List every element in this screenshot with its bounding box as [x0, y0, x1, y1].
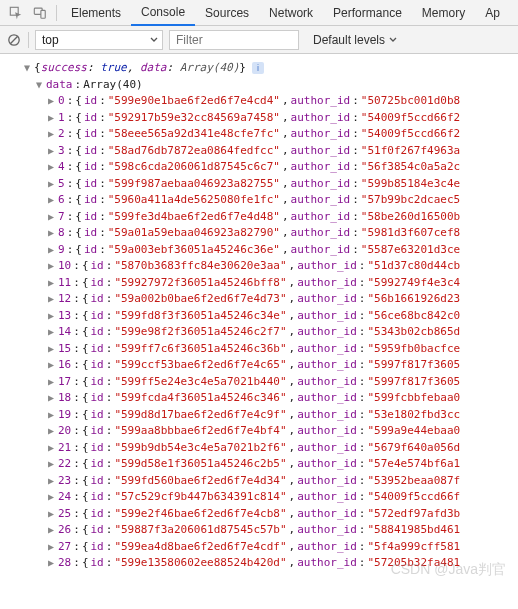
id-value: "58eee565a92d341e48cfe7fc"	[108, 126, 280, 143]
array-index: 26	[58, 522, 71, 539]
array-item: 19: {id: "599d8d17bae6f2ed6f7e4c9f", aut…	[22, 407, 512, 424]
expand-toggle[interactable]	[46, 489, 56, 506]
expand-toggle[interactable]	[46, 357, 56, 374]
expand-toggle[interactable]	[46, 324, 56, 341]
author-id-value: "5992749f4e3c4	[367, 275, 460, 292]
expand-toggle[interactable]	[46, 456, 56, 473]
log-levels-dropdown[interactable]: Default levels	[313, 33, 397, 47]
tab-elements[interactable]: Elements	[61, 0, 131, 26]
prop-key: id	[91, 275, 104, 292]
expand-toggle[interactable]	[46, 225, 56, 242]
array-item: 20: {id: "599aa8bbbae6f2ed6f7e4bf4", aut…	[22, 423, 512, 440]
object-preview[interactable]: {success: true, data: Array(40)}	[34, 60, 246, 77]
array-item: 10: {id: "5870b3683ffc84e30620e3aa", aut…	[22, 258, 512, 275]
expand-toggle[interactable]	[46, 291, 56, 308]
expand-toggle[interactable]	[46, 93, 56, 110]
expand-toggle[interactable]	[46, 275, 56, 292]
array-index: 4	[58, 159, 65, 176]
filter-input[interactable]	[169, 30, 299, 50]
array-index: 3	[58, 143, 65, 160]
id-value: "57c529cf9b447b634391c814"	[114, 489, 286, 506]
expand-toggle[interactable]	[46, 440, 56, 457]
expand-toggle[interactable]	[46, 110, 56, 127]
prop-key: id	[91, 522, 104, 539]
svg-rect-2	[41, 10, 45, 18]
array-item: 14: {id: "599e98f2f36051a45246c2f7", aut…	[22, 324, 512, 341]
expand-toggle[interactable]	[46, 242, 56, 259]
expand-toggle[interactable]	[46, 473, 56, 490]
expand-toggle[interactable]	[46, 176, 56, 193]
context-selector[interactable]: top	[35, 30, 163, 50]
author-id-value: "599a9e44ebaa0	[367, 423, 460, 440]
author-id-value: "5997f817f3605	[367, 357, 460, 374]
author-id-value: "599fcbbfebaa0	[367, 390, 460, 407]
id-value: "599aa8bbbae6f2ed6f7e4bf4"	[114, 423, 286, 440]
prop-key: id	[84, 192, 97, 209]
array-index: 14	[58, 324, 71, 341]
expand-toggle[interactable]	[46, 423, 56, 440]
prop-key: author_id	[291, 93, 351, 110]
tab-sources[interactable]: Sources	[195, 0, 259, 26]
expand-toggle[interactable]	[46, 407, 56, 424]
inspect-icon[interactable]	[4, 1, 28, 25]
tab-application-partial[interactable]: Ap	[475, 0, 510, 26]
prop-key: author_id	[297, 324, 357, 341]
expand-toggle[interactable]	[46, 308, 56, 325]
author-id-value: "5f4a999cff581	[367, 539, 460, 556]
prop-key: author_id	[297, 440, 357, 457]
prop-key: author_id	[297, 291, 357, 308]
expand-toggle[interactable]	[46, 126, 56, 143]
author-id-value: "51f0f267f4963a	[361, 143, 460, 160]
console-output: {success: true, data: Array(40)} i data:…	[0, 54, 518, 578]
id-value: "599ff5e24e3c4e5a7021b440"	[114, 374, 286, 391]
device-toggle-icon[interactable]	[28, 1, 52, 25]
id-value: "59927972f36051a45246bff8"	[114, 275, 286, 292]
array-item: 25: {id: "599e2f46bae6f2ed6f7e4cb8", aut…	[22, 506, 512, 523]
array-item: 7: {id: "599fe3d4bae6f2ed6f7e4d48", auth…	[22, 209, 512, 226]
prop-key: id	[91, 555, 104, 572]
prop-key: author_id	[297, 456, 357, 473]
chevron-down-icon	[150, 33, 158, 47]
tab-network[interactable]: Network	[259, 0, 323, 26]
array-index: 22	[58, 456, 71, 473]
expand-toggle[interactable]	[46, 209, 56, 226]
separator	[56, 5, 57, 21]
expand-toggle[interactable]	[46, 192, 56, 209]
author-id-value: "5587e63201d3ce	[361, 242, 460, 259]
expand-toggle[interactable]	[46, 555, 56, 572]
expand-toggle[interactable]	[46, 506, 56, 523]
info-icon[interactable]: i	[252, 62, 264, 74]
prop-key: author_id	[297, 489, 357, 506]
expand-toggle[interactable]	[46, 539, 56, 556]
id-value: "599ff7c6f36051a45246c36b"	[114, 341, 286, 358]
array-type[interactable]: Array(40)	[83, 77, 143, 94]
array-item: 8: {id: "59a01a59ebaa046923a82790", auth…	[22, 225, 512, 242]
prop-key: id	[84, 110, 97, 127]
array-index: 12	[58, 291, 71, 308]
expand-toggle[interactable]	[46, 143, 56, 160]
array-item: 23: {id: "599fd560bae6f2ed6f7e4d34", aut…	[22, 473, 512, 490]
prop-key: author_id	[297, 555, 357, 572]
tab-memory[interactable]: Memory	[412, 0, 475, 26]
prop-key: author_id	[297, 539, 357, 556]
prop-key: author_id	[297, 341, 357, 358]
tab-performance[interactable]: Performance	[323, 0, 412, 26]
array-item: 26: {id: "59887f3a206061d87545c57b", aut…	[22, 522, 512, 539]
expand-toggle[interactable]	[46, 159, 56, 176]
expand-toggle[interactable]	[34, 77, 44, 94]
array-item: 6: {id: "5960a411a4de5625080fe1fc", auth…	[22, 192, 512, 209]
array-index: 23	[58, 473, 71, 490]
expand-toggle[interactable]	[22, 60, 32, 77]
expand-toggle[interactable]	[46, 258, 56, 275]
array-item: 11: {id: "59927972f36051a45246bff8", aut…	[22, 275, 512, 292]
clear-console-icon[interactable]	[6, 32, 22, 48]
array-item: 27: {id: "599ea4d8bae6f2ed6f7e4cdf", aut…	[22, 539, 512, 556]
expand-toggle[interactable]	[46, 374, 56, 391]
expand-toggle[interactable]	[46, 341, 56, 358]
chevron-down-icon	[389, 36, 397, 44]
tab-console[interactable]: Console	[131, 0, 195, 26]
expand-toggle[interactable]	[46, 390, 56, 407]
id-value: "592917b59e32cc84569a7458"	[108, 110, 280, 127]
author-id-value: "51d37c80d44cb	[367, 258, 460, 275]
expand-toggle[interactable]	[46, 522, 56, 539]
